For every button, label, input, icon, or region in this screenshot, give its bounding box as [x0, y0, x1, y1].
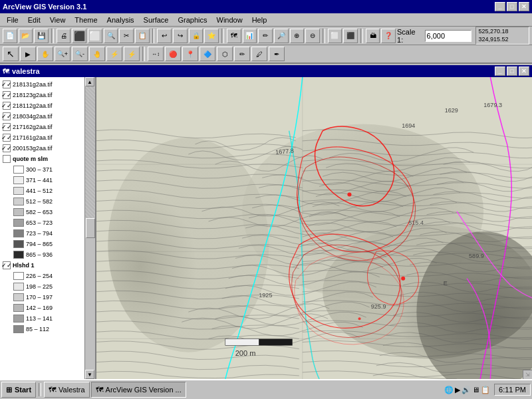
- tool2-b12[interactable]: ✒: [269, 47, 285, 61]
- tool-b9[interactable]: ⭐: [204, 29, 219, 43]
- sys-tray: 🌐 ▶ 🔊 🖥 📋: [442, 386, 493, 394]
- tool-b2[interactable]: ⬜: [88, 29, 102, 43]
- taskbar-valestra[interactable]: 🗺 Valestra: [44, 382, 90, 398]
- tool-b8[interactable]: 🔒: [189, 29, 203, 43]
- taskbar-arcview[interactable]: 🗺 ArcView GIS Version ...: [91, 382, 186, 398]
- inner-maximize-button[interactable]: □: [507, 66, 517, 76]
- toolbar-row2: ↖ ▶ ✋ 🔍+ 🔍- 🤚 ⚡ ⚡ ↔↕ 🔴 📍 🔷 ⬡ ✏ 🖊 ✒: [0, 45, 532, 64]
- menu-window[interactable]: Window: [213, 15, 247, 25]
- tool2-b11[interactable]: 🖊: [251, 47, 267, 61]
- tool-b10[interactable]: 🗺: [227, 29, 241, 43]
- tool-b14[interactable]: ⊕: [290, 29, 305, 43]
- tool2-b1[interactable]: ▶: [20, 47, 36, 61]
- tool2-b5[interactable]: ↔↕: [148, 47, 164, 61]
- inner-close-button[interactable]: ✕: [519, 66, 529, 76]
- tool-save[interactable]: 💾: [34, 29, 49, 43]
- svg-text:E: E: [444, 280, 448, 287]
- tool2-pan[interactable]: 🤚: [89, 47, 105, 61]
- sep4: [323, 29, 325, 43]
- tool-print[interactable]: 🖨: [57, 29, 71, 43]
- tool-b4[interactable]: ✂: [119, 29, 134, 43]
- tool2-zoom-in[interactable]: 🔍+: [55, 47, 70, 61]
- legend-layer6: ✓ 217161g2aa.tif: [1, 133, 84, 142]
- menu-edit[interactable]: Edit: [24, 15, 45, 25]
- menu-file[interactable]: File: [3, 15, 23, 25]
- scroll-down-btn[interactable]: ▼: [85, 370, 94, 379]
- speaker-icon: 🔊: [462, 386, 471, 394]
- menu-help[interactable]: Help: [248, 15, 271, 25]
- layer5-check[interactable]: ✓: [3, 123, 11, 131]
- inner-content: ✓ 218131g2aa.tif ✓ 218123g2aa.tif ✓ 2181…: [0, 77, 532, 379]
- minimize-button[interactable]: _: [495, 2, 505, 11]
- tool-b15[interactable]: ⊖: [305, 29, 320, 43]
- tool2-b9[interactable]: ⬡: [217, 47, 233, 61]
- q1: 300 – 371: [12, 165, 84, 174]
- tool2-b8[interactable]: 🔷: [200, 47, 215, 61]
- tool2-b6[interactable]: 🔴: [165, 47, 181, 61]
- legend-layer2: ✓ 218123g2aa.tif: [1, 90, 84, 100]
- start-button[interactable]: ⊞ Start: [1, 382, 36, 398]
- tool2-b2[interactable]: ✋: [37, 47, 53, 61]
- svg-rect-13: [225, 338, 259, 345]
- title-bar-buttons: _ □ ✕: [495, 2, 529, 11]
- ie-icon: 🌐: [444, 386, 454, 394]
- inner-minimize-button[interactable]: _: [495, 66, 505, 76]
- layer4-label: 218034g2aa.tif: [13, 113, 53, 120]
- layer4-check[interactable]: ✓: [3, 112, 11, 120]
- coord-x: 525,270.18: [479, 28, 526, 36]
- tool-new[interactable]: 📄: [3, 29, 17, 43]
- tool-b7[interactable]: ↪: [173, 29, 188, 43]
- tool2-b10[interactable]: ✏: [234, 47, 250, 61]
- menu-bar: File Edit View Theme Analysis Surface Gr…: [0, 13, 532, 27]
- tool-b5[interactable]: 📋: [135, 29, 150, 43]
- map-canvas[interactable]: 200 m 1679.3 1629 1694 1677.8 515.4 589.…: [96, 77, 532, 379]
- menu-graphics[interactable]: Graphics: [174, 15, 211, 25]
- tool2-b3[interactable]: ⚡: [106, 47, 122, 61]
- q6: 653 – 723: [12, 218, 84, 227]
- layer7-check[interactable]: ✓: [3, 144, 11, 152]
- layer1-check[interactable]: ✓: [3, 80, 11, 88]
- menu-view[interactable]: View: [46, 15, 70, 25]
- menu-analysis[interactable]: Analysis: [103, 15, 138, 25]
- q3: 441 – 512: [12, 186, 84, 196]
- legend-layer7: ✓ 200153g2aa.tif: [1, 144, 84, 153]
- windows-icon: ⊞: [6, 386, 12, 394]
- menu-surface[interactable]: Surface: [140, 15, 173, 25]
- tool2-zoom-out[interactable]: 🔍-: [72, 47, 88, 61]
- tool-b17[interactable]: ⬛: [343, 29, 358, 43]
- tool-b12[interactable]: ✏: [258, 29, 273, 43]
- tool-b11[interactable]: 📊: [243, 29, 257, 43]
- resize-handle[interactable]: ⇲: [523, 370, 532, 379]
- menu-theme[interactable]: Theme: [70, 15, 101, 25]
- maximize-button[interactable]: □: [507, 2, 517, 11]
- scroll-up-btn[interactable]: ▲: [85, 77, 94, 86]
- inner-title-bar-buttons: _ □ ✕: [495, 66, 529, 76]
- svg-point-5: [401, 277, 405, 281]
- h2: 198 – 225: [12, 282, 84, 291]
- svg-text:1925: 1925: [259, 292, 272, 299]
- legend-hlshd-header: ✓ Hlshd 1: [1, 261, 84, 270]
- tool-b18[interactable]: 🏔: [366, 29, 380, 43]
- tool2-b4[interactable]: ⚡: [124, 47, 140, 61]
- scale-label: Scale 1:: [397, 28, 421, 44]
- tool-open[interactable]: 📂: [19, 29, 33, 43]
- layer6-check[interactable]: ✓: [3, 134, 11, 142]
- toolbar-row1: 📄 📂 💾 🖨 ⬛ ⬜ 🔍 ✂ 📋 ↩ ↪ 🔒 ⭐ 🗺 📊 ✏ 🔎 ⊕ ⊖ ⬜ …: [0, 27, 532, 45]
- tool-b16[interactable]: ⬜: [328, 29, 342, 43]
- tool-b19[interactable]: ❓: [381, 29, 396, 43]
- tool2-b7[interactable]: 📍: [182, 47, 198, 61]
- close-button[interactable]: ✕: [519, 2, 529, 11]
- legend-scrollbar[interactable]: ▲ ▼: [84, 77, 95, 379]
- clock: 6:11 PM: [494, 384, 531, 396]
- layer2-check[interactable]: ✓: [3, 91, 11, 99]
- tool-b6[interactable]: ↩: [157, 29, 172, 43]
- tool-b1[interactable]: ⬛: [72, 29, 86, 43]
- tool-b3[interactable]: 🔍: [104, 29, 118, 43]
- tool-b13[interactable]: 🔎: [274, 29, 289, 43]
- hlshd-check[interactable]: ✓: [3, 261, 11, 269]
- scale-input[interactable]: [425, 30, 471, 42]
- tool2-select[interactable]: ↖: [3, 47, 19, 61]
- quote-check[interactable]: [3, 155, 11, 163]
- map-svg: 200 m 1679.3 1629 1694 1677.8 515.4 589.…: [96, 77, 532, 379]
- layer3-check[interactable]: ✓: [3, 102, 11, 110]
